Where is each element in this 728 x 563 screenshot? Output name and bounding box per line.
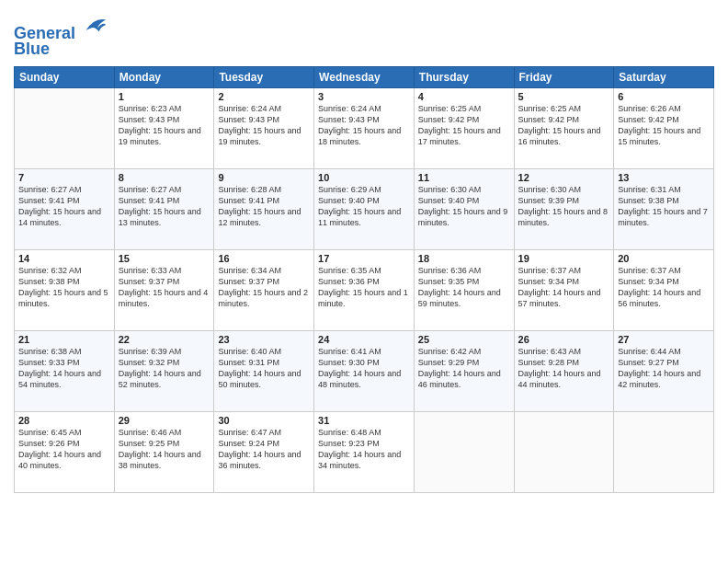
day-number: 18 [418,253,510,264]
day-number: 25 [418,334,510,345]
calendar-cell: 7Sunrise: 6:27 AMSunset: 9:41 PMDaylight… [15,168,115,249]
calendar-cell: 11Sunrise: 6:30 AMSunset: 9:40 PMDayligh… [414,168,514,249]
calendar-cell: 4Sunrise: 6:25 AMSunset: 9:42 PMDaylight… [414,87,514,168]
calendar-cell: 15Sunrise: 6:33 AMSunset: 9:37 PMDayligh… [114,249,214,330]
cell-details: Sunrise: 6:42 AMSunset: 9:29 PMDaylight:… [418,346,510,391]
cell-details: Sunrise: 6:31 AMSunset: 9:38 PMDaylight:… [618,184,710,229]
day-number: 15 [119,253,210,264]
cell-details: Sunrise: 6:43 AMSunset: 9:28 PMDaylight:… [518,346,610,391]
cell-details: Sunrise: 6:47 AMSunset: 9:24 PMDaylight:… [218,427,310,472]
day-number: 11 [418,172,510,183]
cell-details: Sunrise: 6:41 AMSunset: 9:30 PMDaylight:… [318,346,410,391]
calendar-cell: 17Sunrise: 6:35 AMSunset: 9:36 PMDayligh… [314,249,415,330]
cell-details: Sunrise: 6:27 AMSunset: 9:41 PMDaylight:… [18,184,110,229]
cell-details: Sunrise: 6:25 AMSunset: 9:42 PMDaylight:… [418,103,510,148]
calendar-cell: 10Sunrise: 6:29 AMSunset: 9:40 PMDayligh… [314,168,415,249]
logo-bird-icon [82,13,108,39]
cell-details: Sunrise: 6:35 AMSunset: 9:36 PMDaylight:… [318,265,410,310]
day-number: 5 [518,91,610,102]
cell-details: Sunrise: 6:23 AMSunset: 9:43 PMDaylight:… [119,103,210,148]
day-number: 23 [218,334,310,345]
day-number: 17 [318,253,410,264]
cell-details: Sunrise: 6:46 AMSunset: 9:25 PMDaylight:… [119,427,210,472]
day-number: 31 [318,415,410,426]
calendar-cell [15,87,115,168]
calendar-cell: 22Sunrise: 6:39 AMSunset: 9:32 PMDayligh… [114,330,214,411]
cell-details: Sunrise: 6:30 AMSunset: 9:40 PMDaylight:… [418,184,510,229]
calendar-cell: 30Sunrise: 6:47 AMSunset: 9:24 PMDayligh… [214,411,314,492]
calendar-cell: 19Sunrise: 6:37 AMSunset: 9:34 PMDayligh… [514,249,614,330]
calendar-cell: 24Sunrise: 6:41 AMSunset: 9:30 PMDayligh… [314,330,415,411]
day-number: 28 [18,415,110,426]
calendar-cell: 5Sunrise: 6:25 AMSunset: 9:42 PMDaylight… [514,87,614,168]
cell-details: Sunrise: 6:34 AMSunset: 9:37 PMDaylight:… [218,265,310,310]
day-number: 1 [119,91,210,102]
day-number: 16 [218,253,310,264]
day-number: 27 [618,334,710,345]
calendar-cell: 2Sunrise: 6:24 AMSunset: 9:43 PMDaylight… [214,87,314,168]
cell-details: Sunrise: 6:44 AMSunset: 9:27 PMDaylight:… [618,346,710,391]
calendar-week-1: 1Sunrise: 6:23 AMSunset: 9:43 PMDaylight… [15,87,714,168]
cell-details: Sunrise: 6:38 AMSunset: 9:33 PMDaylight:… [18,346,110,391]
calendar-week-5: 28Sunrise: 6:45 AMSunset: 9:26 PMDayligh… [15,411,714,492]
day-number: 19 [518,253,610,264]
day-number: 10 [318,172,410,183]
calendar-container: General Blue SundayMondayTuesdayWednesda… [0,0,728,563]
calendar-cell: 26Sunrise: 6:43 AMSunset: 9:28 PMDayligh… [514,330,614,411]
cell-details: Sunrise: 6:39 AMSunset: 9:32 PMDaylight:… [119,346,210,391]
day-number: 24 [318,334,410,345]
day-number: 26 [518,334,610,345]
cell-details: Sunrise: 6:26 AMSunset: 9:42 PMDaylight:… [618,103,710,148]
day-number: 14 [18,253,110,264]
day-number: 30 [218,415,310,426]
day-number: 22 [119,334,210,345]
day-number: 7 [18,172,110,183]
day-number: 20 [618,253,710,264]
day-number: 12 [518,172,610,183]
calendar-cell: 8Sunrise: 6:27 AMSunset: 9:41 PMDaylight… [114,168,214,249]
calendar-table: SundayMondayTuesdayWednesdayThursdayFrid… [14,66,714,493]
calendar-week-2: 7Sunrise: 6:27 AMSunset: 9:41 PMDaylight… [15,168,714,249]
day-header-monday: Monday [114,66,214,87]
day-header-friday: Friday [514,66,614,87]
calendar-cell [614,411,714,492]
day-header-thursday: Thursday [414,66,514,87]
cell-details: Sunrise: 6:25 AMSunset: 9:42 PMDaylight:… [518,103,610,148]
cell-details: Sunrise: 6:33 AMSunset: 9:37 PMDaylight:… [119,265,210,310]
cell-details: Sunrise: 6:24 AMSunset: 9:43 PMDaylight:… [318,103,410,148]
cell-details: Sunrise: 6:27 AMSunset: 9:41 PMDaylight:… [119,184,210,229]
cell-details: Sunrise: 6:37 AMSunset: 9:34 PMDaylight:… [518,265,610,310]
day-number: 13 [618,172,710,183]
calendar-cell: 3Sunrise: 6:24 AMSunset: 9:43 PMDaylight… [314,87,415,168]
calendar-cell: 13Sunrise: 6:31 AMSunset: 9:38 PMDayligh… [614,168,714,249]
calendar-cell: 31Sunrise: 6:48 AMSunset: 9:23 PMDayligh… [314,411,415,492]
calendar-cell: 29Sunrise: 6:46 AMSunset: 9:25 PMDayligh… [114,411,214,492]
cell-details: Sunrise: 6:29 AMSunset: 9:40 PMDaylight:… [318,184,410,229]
day-header-saturday: Saturday [614,66,714,87]
day-number: 6 [618,91,710,102]
calendar-cell: 12Sunrise: 6:30 AMSunset: 9:39 PMDayligh… [514,168,614,249]
calendar-cell: 28Sunrise: 6:45 AMSunset: 9:26 PMDayligh… [15,411,115,492]
day-header-sunday: Sunday [15,66,115,87]
calendar-cell: 16Sunrise: 6:34 AMSunset: 9:37 PMDayligh… [214,249,314,330]
calendar-cell [514,411,614,492]
logo-text: General [14,13,108,43]
day-number: 2 [218,91,310,102]
cell-details: Sunrise: 6:45 AMSunset: 9:26 PMDaylight:… [18,427,110,472]
day-number: 3 [318,91,410,102]
cell-details: Sunrise: 6:48 AMSunset: 9:23 PMDaylight:… [318,427,410,472]
calendar-cell: 9Sunrise: 6:28 AMSunset: 9:41 PMDaylight… [214,168,314,249]
day-number: 21 [18,334,110,345]
day-header-wednesday: Wednesday [314,66,415,87]
cell-details: Sunrise: 6:28 AMSunset: 9:41 PMDaylight:… [218,184,310,229]
calendar-cell: 20Sunrise: 6:37 AMSunset: 9:34 PMDayligh… [614,249,714,330]
calendar-cell: 25Sunrise: 6:42 AMSunset: 9:29 PMDayligh… [414,330,514,411]
calendar-week-3: 14Sunrise: 6:32 AMSunset: 9:38 PMDayligh… [15,249,714,330]
cell-details: Sunrise: 6:32 AMSunset: 9:38 PMDaylight:… [18,265,110,310]
day-number: 4 [418,91,510,102]
cell-details: Sunrise: 6:30 AMSunset: 9:39 PMDaylight:… [518,184,610,229]
calendar-week-4: 21Sunrise: 6:38 AMSunset: 9:33 PMDayligh… [15,330,714,411]
day-number: 29 [119,415,210,426]
day-number: 8 [119,172,210,183]
calendar-cell: 27Sunrise: 6:44 AMSunset: 9:27 PMDayligh… [614,330,714,411]
